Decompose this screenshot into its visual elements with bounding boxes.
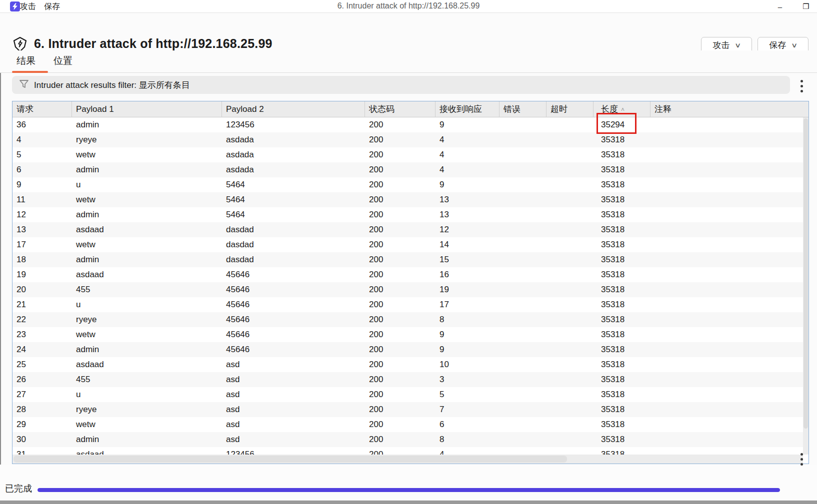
column-header-2[interactable]: Payload 1 xyxy=(72,101,222,117)
table-cell: 17 xyxy=(436,297,500,312)
table-row[interactable]: 4ryeyeasdada200435318 xyxy=(12,132,804,147)
table-row[interactable]: 11wetw54642001335318 xyxy=(12,192,804,207)
table-cell xyxy=(500,177,546,192)
table-cell: 200 xyxy=(365,267,436,282)
table-cell: 200 xyxy=(365,402,436,417)
menu-attack[interactable]: 攻击 xyxy=(20,1,36,12)
table-cell: admin xyxy=(72,252,222,267)
column-header-9[interactable]: 注释 xyxy=(650,101,808,117)
table-row[interactable]: 28ryeyeasd200735318 xyxy=(12,402,804,417)
results-filter-bar[interactable]: Intruder attack results filter: 显示所有条目 xyxy=(12,76,790,94)
table-row[interactable]: 25asdaadasd2001035318 xyxy=(12,357,804,372)
table-row[interactable]: 22ryeye45646200835318 xyxy=(12,312,804,327)
table-cell xyxy=(650,297,804,312)
table-row[interactable]: 23wetw45646200935318 xyxy=(12,327,804,342)
table-cell: asdada xyxy=(222,147,365,162)
table-cell xyxy=(500,132,546,147)
table-cell: admin xyxy=(72,162,222,177)
status-menu-kebab-icon[interactable] xyxy=(798,451,805,468)
table-cell xyxy=(546,222,594,237)
table-cell: 35318 xyxy=(594,297,650,312)
table-cell: 200 xyxy=(365,117,436,132)
table-row[interactable]: 24admin45646200935318 xyxy=(12,342,804,357)
table-row[interactable]: 30adminasd200835318 xyxy=(12,432,804,447)
table-cell: 19 xyxy=(12,267,72,282)
table-cell: 5464 xyxy=(222,207,365,222)
tab-positions[interactable]: 位置 xyxy=(54,54,72,67)
table-row[interactable]: 12admin54642001335318 xyxy=(12,207,804,222)
table-row[interactable]: 27uasd200535318 xyxy=(12,387,804,402)
table-cell: 200 xyxy=(365,417,436,432)
table-cell xyxy=(650,237,804,252)
table-cell xyxy=(650,417,804,432)
results-table: 请求Payload 1Payload 2状态码接收到响应错误超时长度˄注释 36… xyxy=(12,101,809,464)
page-title: 6. Intruder attack of http://192.168.25.… xyxy=(34,36,272,51)
table-cell xyxy=(500,297,546,312)
horizontal-scrollbar[interactable] xyxy=(12,455,803,464)
table-cell: 200 xyxy=(365,432,436,447)
table-cell xyxy=(546,372,594,387)
table-row[interactable]: 17wetwdasdad2001435318 xyxy=(12,237,804,252)
column-header-3[interactable]: Payload 2 xyxy=(222,101,365,117)
table-row[interactable]: 13asdaaddasdad2001235318 xyxy=(12,222,804,237)
table-body: 36admin1234562009352944ryeyeasdada200435… xyxy=(12,117,804,456)
table-cell xyxy=(500,417,546,432)
column-header-5[interactable]: 接收到响应 xyxy=(436,101,500,117)
table-cell xyxy=(546,327,594,342)
table-row[interactable]: 29wetwasd200635318 xyxy=(12,417,804,432)
column-header-6[interactable]: 错误 xyxy=(500,101,546,117)
table-cell xyxy=(650,282,804,297)
table-cell: 5464 xyxy=(222,192,365,207)
table-cell: 35318 xyxy=(594,222,650,237)
table-header-row: 请求Payload 1Payload 2状态码接收到响应错误超时长度˄注释 xyxy=(12,101,808,117)
table-cell xyxy=(500,387,546,402)
table-cell: 6 xyxy=(12,162,72,177)
minimize-button[interactable]: – xyxy=(774,2,786,11)
maximize-button[interactable]: ❒ xyxy=(800,2,812,11)
table-cell: admin xyxy=(72,117,222,132)
table-cell: 12 xyxy=(436,222,500,237)
table-cell xyxy=(546,282,594,297)
column-header-7[interactable]: 超时 xyxy=(546,101,594,117)
tab-results[interactable]: 结果 xyxy=(16,54,36,67)
table-cell: wetw xyxy=(72,237,222,252)
vertical-scrollbar[interactable] xyxy=(803,117,808,455)
table-cell: 7 xyxy=(436,402,500,417)
column-header-4[interactable]: 状态码 xyxy=(365,101,436,117)
horizontal-scrollbar-thumb[interactable] xyxy=(14,456,567,463)
table-cell xyxy=(546,252,594,267)
table-cell: u xyxy=(72,177,222,192)
column-header-8[interactable]: 长度˄ xyxy=(594,101,650,117)
tab-bar: 结果 位置 xyxy=(0,50,817,73)
table-row[interactable]: 21u456462001735318 xyxy=(12,297,804,312)
column-header-1[interactable]: 请求 xyxy=(12,101,72,117)
table-cell xyxy=(650,387,804,402)
menu-save[interactable]: 保存 xyxy=(44,1,60,12)
table-cell: ryeye xyxy=(72,312,222,327)
table-row[interactable]: 18admindasdad2001535318 xyxy=(12,252,804,267)
table-cell: asd xyxy=(222,372,365,387)
table-row[interactable]: 9u5464200935318 xyxy=(12,177,804,192)
sort-ascending-icon: ˄ xyxy=(621,106,624,113)
table-row[interactable]: 5wetwasdada200435318 xyxy=(12,147,804,162)
filter-funnel-icon xyxy=(19,79,29,91)
table-row[interactable]: 19asdaad456462001635318 xyxy=(12,267,804,282)
table-cell: 35318 xyxy=(594,372,650,387)
table-cell: 35318 xyxy=(594,132,650,147)
table-row[interactable]: 20455456462001935318 xyxy=(12,282,804,297)
attack-progress-bar xyxy=(38,488,780,492)
table-cell: 5 xyxy=(12,147,72,162)
table-row[interactable]: 36admin123456200935294 xyxy=(12,117,804,132)
table-row[interactable]: 26455asd200335318 xyxy=(12,372,804,387)
table-cell xyxy=(650,192,804,207)
vertical-scrollbar-thumb[interactable] xyxy=(804,118,808,429)
table-cell: 200 xyxy=(365,132,436,147)
filter-menu-kebab-icon[interactable] xyxy=(798,78,805,94)
table-cell xyxy=(650,162,804,177)
table-row[interactable]: 6adminasdada200435318 xyxy=(12,162,804,177)
table-cell: 200 xyxy=(365,327,436,342)
table-cell xyxy=(500,342,546,357)
table-cell: asd xyxy=(222,432,365,447)
table-cell xyxy=(650,252,804,267)
table-cell: 35318 xyxy=(594,357,650,372)
